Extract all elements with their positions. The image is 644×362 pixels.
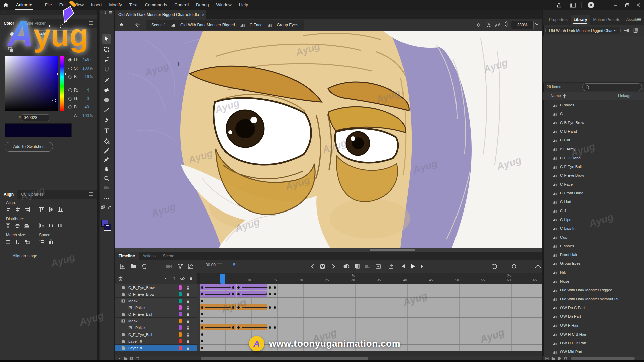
timeline-layer-row[interactable]: Pallak <box>115 324 542 331</box>
layer-name-cell[interactable]: Mask <box>115 318 197 324</box>
layer-name-cell[interactable]: Layer_6 <box>115 338 197 345</box>
tool-hand-tool[interactable] <box>102 164 111 174</box>
library-pin-icon[interactable] <box>623 28 630 33</box>
share-icon[interactable] <box>552 2 566 8</box>
library-item[interactable]: C B Eye Brow <box>543 118 644 127</box>
layer-name-cell[interactable]: C_F_Eye_Brow <box>115 291 197 298</box>
keyframe-dot[interactable] <box>232 286 234 289</box>
timeline-ruler[interactable]: 1s2s5101520253035404550556065 <box>200 273 542 285</box>
field-value[interactable]: 246 <box>79 58 89 62</box>
tool-selection-tool[interactable] <box>102 34 111 44</box>
outline-column-icon[interactable] <box>172 276 176 281</box>
library-item[interactable]: C Lips In <box>543 224 644 233</box>
zoom-dropdown-chevron-icon[interactable] <box>535 23 539 25</box>
tab-color-color[interactable]: Color <box>0 19 18 28</box>
timeline-layer-row[interactable]: Mask <box>115 298 542 304</box>
library-item[interactable]: C J <box>543 206 644 215</box>
radio-rgb-g1[interactable] <box>68 97 72 101</box>
playhead-handle[interactable] <box>220 274 225 284</box>
tab-timeline-scene[interactable]: Scene <box>159 252 178 260</box>
library-panel-menu-icon[interactable] <box>637 18 641 21</box>
library-item[interactable]: Nik <box>543 268 644 277</box>
keyframe-dot[interactable] <box>274 306 276 309</box>
timeline-reset-timeline-zoom-button[interactable] <box>490 262 499 270</box>
tab-timeline-timeline[interactable]: Timeline <box>115 252 139 260</box>
layer-name-cell[interactable]: C_B_Eye_Brow <box>115 284 197 291</box>
center-frame-icon[interactable] <box>476 22 481 28</box>
tool-default-colors-icon[interactable] <box>100 203 106 213</box>
library-item[interactable]: OW H C B Hair <box>543 330 644 339</box>
breadcrumb-item-2[interactable]: C Face <box>250 23 263 27</box>
tool-eraser-tool[interactable] <box>102 85 111 95</box>
layer-frames-track[interactable] <box>200 284 542 291</box>
library-item[interactable]: C Cut <box>543 136 644 144</box>
timeline-step-forward-button[interactable] <box>418 262 427 270</box>
keyframe-dot[interactable] <box>201 333 203 336</box>
tool-zoom-tool[interactable] <box>102 174 111 183</box>
current-frame-value[interactable]: 5 <box>233 263 236 267</box>
workspace-layout-icon[interactable] <box>566 3 579 8</box>
library-item[interactable]: c F Army <box>543 145 644 154</box>
timeline-new-layer-button[interactable] <box>118 262 127 270</box>
tool-oval-tool[interactable] <box>102 95 111 105</box>
timeline-delete-layer-button[interactable] <box>140 262 149 270</box>
layer-frames-track[interactable] <box>200 298 542 304</box>
dist-right-button[interactable] <box>57 223 64 229</box>
layer-lock-icon[interactable] <box>186 332 190 338</box>
minimize-button[interactable] <box>610 0 621 10</box>
back-arrow-icon[interactable] <box>135 22 140 27</box>
layer-lock-icon[interactable] <box>186 339 190 345</box>
layer-lock-icon[interactable] <box>186 285 190 291</box>
menu-edit[interactable]: Edit <box>56 0 70 10</box>
stroke-color-swatch[interactable] <box>104 224 111 231</box>
space-h-button[interactable] <box>48 239 55 245</box>
radio-rgb-b2[interactable] <box>68 105 72 109</box>
keyframe-dot[interactable] <box>269 306 271 309</box>
tool-paint-bucket-tool[interactable] <box>102 137 111 146</box>
radio-rgb-r0[interactable] <box>68 88 72 92</box>
layer-frames-track[interactable] <box>200 345 542 351</box>
menu-view[interactable]: View <box>70 0 87 10</box>
color-panel-menu-icon[interactable] <box>89 21 93 25</box>
layer-name-cell[interactable]: C_F_Eye_Ball <box>115 311 197 318</box>
keyframe-dot[interactable] <box>237 293 240 295</box>
timeline-loop-playback-button[interactable] <box>387 262 395 270</box>
rotation-tool-icon[interactable] <box>485 22 491 28</box>
align-top-button[interactable] <box>38 206 46 213</box>
keyframe-dot[interactable] <box>232 326 234 329</box>
library-item[interactable]: F shoes <box>543 242 644 250</box>
tool-asset-warp-tool[interactable] <box>102 65 111 74</box>
field-value[interactable]: 100 <box>79 66 89 71</box>
keyframe-dot[interactable] <box>274 286 276 289</box>
library-item[interactable]: C Had <box>543 197 644 206</box>
tool-free-transform-tool[interactable] <box>102 45 111 54</box>
keyframe-dot[interactable] <box>201 300 203 302</box>
library-item[interactable]: C Face <box>543 180 644 189</box>
fill-stroke-swap-icon[interactable] <box>8 47 14 52</box>
layer-lock-icon[interactable] <box>186 346 190 351</box>
keyframe-dot[interactable] <box>269 286 271 289</box>
library-item[interactable]: OW H C B Part <box>543 339 644 347</box>
column-divider[interactable] <box>613 92 613 100</box>
field-value[interactable]: 100 <box>79 113 89 118</box>
timeline-layer-row[interactable]: C_F_Eye_Ball <box>115 331 542 338</box>
timeline-onion-skin-outlines-button[interactable] <box>353 262 361 270</box>
library-document-select[interactable]: Old Witch Dark Monster Rigged Charac... <box>545 27 621 34</box>
tool-swap-colors-icon[interactable] <box>107 203 113 213</box>
layer-name-cell[interactable]: Layer_8 <box>115 345 197 351</box>
library-item[interactable]: C B Hand <box>543 127 644 136</box>
breadcrumb-item-3[interactable]: Group Eyes <box>277 23 298 27</box>
keyframe-dot[interactable] <box>232 293 234 295</box>
fps-display[interactable]: 30.00FPS5F <box>206 263 238 267</box>
tab-library-library[interactable]: Library <box>571 15 590 25</box>
keyframe-dot[interactable] <box>201 340 203 342</box>
dist-bottom-button[interactable] <box>23 223 31 229</box>
keyframe-dot[interactable] <box>269 326 271 329</box>
keyframe-dot[interactable] <box>201 320 203 322</box>
timeline-next-keyframe-button[interactable] <box>329 262 338 270</box>
menu-animate[interactable]: Animate <box>11 0 37 10</box>
menu-commands[interactable]: Commands <box>141 0 171 10</box>
close-button[interactable] <box>633 0 644 10</box>
dist-middle-v-button[interactable] <box>14 223 21 229</box>
keyframe-dot[interactable] <box>274 326 276 329</box>
